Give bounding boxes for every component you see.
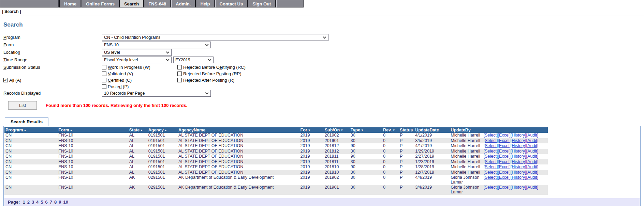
- row-link-history[interactable]: [History]: [511, 133, 526, 138]
- row-link-excel[interactable]: [Excel]: [498, 133, 511, 138]
- row-link-history[interactable]: [History]: [511, 185, 526, 190]
- row-link-excel[interactable]: [Excel]: [498, 138, 511, 143]
- row-link-history[interactable]: [History]: [511, 175, 526, 180]
- rejected-before-certifying-checkbox[interactable]: Rejected Before Certifying (RC): [177, 64, 246, 70]
- form-select-value: FNS-10: [104, 43, 119, 47]
- row-link-select[interactable]: [Select]: [484, 133, 498, 138]
- page-link-8[interactable]: 8: [54, 200, 57, 205]
- column-header-agency[interactable]: Agency▲: [147, 127, 177, 133]
- row-link-excel[interactable]: [Excel]: [498, 159, 511, 164]
- row-link-select[interactable]: [Select]: [484, 175, 498, 180]
- rejected-after-posting-checkbox[interactable]: Rejected After Posting (R): [177, 77, 246, 83]
- row-link-audit[interactable]: [Audit]: [526, 154, 538, 159]
- column-header-label[interactable]: Program: [5, 128, 23, 132]
- records-displayed-select[interactable]: 10 Records Per Page: [102, 90, 211, 97]
- column-header-for[interactable]: For▼: [299, 127, 324, 133]
- tab-search-results[interactable]: Search Results: [5, 117, 48, 126]
- row-link-select[interactable]: [Select]: [484, 159, 498, 164]
- nav-tab-fns-648[interactable]: FNS-648: [144, 0, 171, 7]
- row-link-excel[interactable]: [Excel]: [498, 170, 511, 175]
- cell-updateDate: 1/28/2019: [414, 164, 450, 170]
- checkbox-box[interactable]: [102, 84, 106, 89]
- posted-checkbox[interactable]: Posted (P): [102, 83, 177, 90]
- row-link-audit[interactable]: [Audit]: [526, 164, 538, 169]
- row-link-select[interactable]: [Select]: [484, 154, 498, 159]
- certified-checkbox[interactable]: Certified (C): [102, 77, 177, 83]
- row-link-select[interactable]: [Select]: [484, 143, 498, 148]
- nav-tab-online-forms[interactable]: Online Forms: [82, 0, 119, 7]
- column-header-label[interactable]: For: [301, 128, 307, 132]
- column-header-label[interactable]: Rev.: [383, 128, 392, 132]
- row-link-excel[interactable]: [Excel]: [498, 154, 511, 159]
- column-header-form[interactable]: Form▲: [57, 127, 128, 133]
- checkbox-box[interactable]: [102, 72, 106, 76]
- row-link-history[interactable]: [History]: [511, 170, 526, 175]
- column-header-type[interactable]: Type▼: [350, 127, 382, 133]
- column-header-subOn[interactable]: Sub/On▼: [324, 127, 350, 133]
- row-link-history[interactable]: [History]: [511, 159, 526, 164]
- row-link-audit[interactable]: [Audit]: [526, 170, 538, 175]
- row-link-excel[interactable]: [Excel]: [498, 185, 511, 190]
- row-link-history[interactable]: [History]: [511, 149, 526, 154]
- row-link-excel[interactable]: [Excel]: [498, 149, 511, 154]
- column-header-label[interactable]: Agency: [148, 128, 164, 132]
- column-header-label[interactable]: Type: [351, 128, 360, 132]
- row-link-select[interactable]: [Select]: [484, 138, 498, 143]
- checkbox-box[interactable]: [177, 65, 182, 69]
- nav-tab-admin[interactable]: Admin.: [171, 0, 195, 7]
- column-header-rev[interactable]: Rev.▼: [382, 127, 399, 133]
- row-link-audit[interactable]: [Audit]: [526, 143, 538, 148]
- checkbox-box[interactable]: [102, 65, 106, 69]
- page-link-4[interactable]: 4: [36, 200, 39, 205]
- page-link-6[interactable]: 6: [45, 200, 48, 205]
- page-link-2[interactable]: 2: [27, 200, 30, 205]
- row-link-audit[interactable]: [Audit]: [526, 185, 538, 190]
- page-link-7[interactable]: 7: [50, 200, 52, 205]
- time-range-level-select[interactable]: Fiscal Yearly level: [102, 57, 172, 63]
- row-link-select[interactable]: [Select]: [484, 170, 498, 175]
- column-header-label[interactable]: State: [129, 128, 140, 132]
- row-link-excel[interactable]: [Excel]: [498, 143, 511, 148]
- column-header-state[interactable]: State▲: [128, 127, 147, 133]
- form-select[interactable]: FNS-10: [102, 42, 211, 48]
- page-link-10[interactable]: 10: [63, 200, 68, 205]
- nav-tab-sign-out[interactable]: Sign Out: [248, 0, 275, 7]
- checkbox-box[interactable]: [102, 78, 106, 82]
- row-link-history[interactable]: [History]: [511, 143, 526, 148]
- row-link-excel[interactable]: [Excel]: [498, 175, 511, 180]
- column-header-program[interactable]: Program▲: [4, 127, 57, 133]
- column-header-label[interactable]: Sub/On: [325, 128, 340, 132]
- rejected-before-posting-checkbox[interactable]: Rejected Before Posting (RP): [177, 70, 246, 77]
- row-link-audit[interactable]: [Audit]: [526, 138, 538, 143]
- page-link-9[interactable]: 9: [59, 200, 61, 205]
- checkbox-box[interactable]: [177, 78, 182, 82]
- row-link-select[interactable]: [Select]: [484, 149, 498, 154]
- nav-tab-contact-us[interactable]: Contact Us: [215, 0, 248, 7]
- row-link-history[interactable]: [History]: [511, 154, 526, 159]
- row-link-audit[interactable]: [Audit]: [526, 133, 538, 138]
- row-link-audit[interactable]: [Audit]: [526, 175, 538, 180]
- row-link-select[interactable]: [Select]: [484, 185, 498, 190]
- program-select[interactable]: CN - Child Nutrition Programs: [102, 34, 328, 41]
- checkbox-box[interactable]: ✓: [3, 78, 8, 82]
- row-link-history[interactable]: [History]: [511, 138, 526, 143]
- nav-tab-home[interactable]: Home: [60, 0, 81, 7]
- row-link-audit[interactable]: [Audit]: [526, 159, 538, 164]
- validated-checkbox[interactable]: Validated (V): [102, 70, 177, 77]
- checkbox-box[interactable]: [177, 72, 182, 76]
- page-link-3[interactable]: 3: [32, 200, 34, 205]
- page-link-5[interactable]: 5: [41, 200, 43, 205]
- row-link-excel[interactable]: [Excel]: [498, 164, 511, 169]
- work-in-progress-checkbox[interactable]: Work In Progress (W): [102, 64, 177, 70]
- nav-tab-help[interactable]: Help: [196, 0, 214, 7]
- row-link-history[interactable]: [History]: [511, 164, 526, 169]
- location-select[interactable]: US level: [102, 49, 172, 56]
- row-link-select[interactable]: [Select]: [484, 164, 498, 169]
- list-button[interactable]: List: [8, 101, 37, 110]
- column-header-label[interactable]: Form: [58, 128, 69, 132]
- nav-tab-search[interactable]: Search: [120, 0, 143, 7]
- all-checkbox[interactable]: ✓All (A): [3, 77, 102, 83]
- row-link-audit[interactable]: [Audit]: [526, 149, 538, 154]
- time-range-year-select[interactable]: FY2019: [173, 57, 214, 63]
- time-range-label: Time Range: [3, 57, 102, 63]
